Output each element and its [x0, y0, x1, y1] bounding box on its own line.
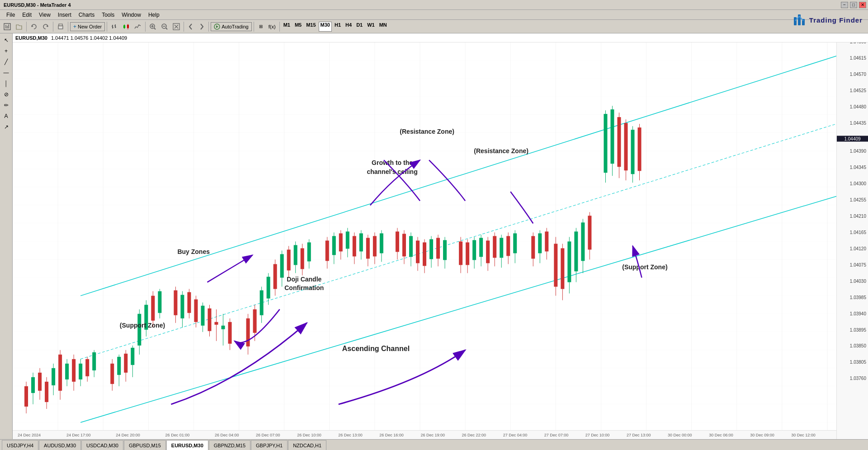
minimize-button[interactable]: − [841, 2, 848, 8]
price-label: 1.04570 [850, 71, 866, 76]
tab-usdjpy-h4[interactable]: USDJPY,H4 [2, 440, 38, 450]
price-label: 1.04120 [850, 246, 866, 251]
price-label: 1.03985 [850, 295, 866, 300]
svg-rect-75 [85, 359, 89, 376]
arrow-tool[interactable]: ↗ [1, 122, 11, 132]
tf-h4[interactable]: H4 [344, 22, 354, 32]
tf-d1[interactable]: D1 [354, 22, 364, 32]
svg-rect-89 [144, 305, 148, 330]
menu-window[interactable]: Window [118, 12, 145, 18]
tf-w1[interactable]: W1 [365, 22, 377, 32]
candlestick-button[interactable] [121, 21, 132, 32]
menu-help[interactable]: Help [145, 12, 163, 18]
time-label: 24 Dec 20:00 [116, 433, 140, 437]
cursor-tool[interactable]: ↖ [1, 35, 11, 45]
close-button[interactable]: ✕ [859, 2, 866, 8]
line-tool[interactable]: ╱ [1, 57, 11, 67]
channel-tool[interactable]: ⊘ [1, 89, 11, 99]
svg-rect-125 [287, 249, 291, 270]
tab-usdcad-m30[interactable]: USDCAD,M30 [81, 440, 123, 450]
autotrading-button[interactable]: AutoTrading [211, 22, 252, 31]
svg-rect-79 [110, 364, 114, 384]
svg-rect-159 [423, 242, 426, 266]
menu-edit[interactable]: Edit [19, 12, 35, 18]
svg-line-25 [166, 28, 167, 29]
zoom-in-button[interactable] [147, 21, 158, 32]
menu-insert[interactable]: Insert [54, 12, 75, 18]
hline-tool[interactable]: — [1, 68, 11, 78]
line-chart-button[interactable] [132, 21, 143, 32]
svg-rect-169 [466, 242, 469, 265]
tab-eurusd-m30[interactable]: EURUSD,M30 [166, 440, 208, 450]
symbol-name: EURUSD,M30 [15, 35, 47, 41]
maximize-button[interactable]: □ [850, 2, 857, 8]
menu-file[interactable]: File [3, 12, 19, 18]
fit-button[interactable] [171, 21, 182, 32]
tab-gbpjpy-h1[interactable]: GBPJPY,H1 [251, 440, 288, 450]
svg-marker-29 [216, 25, 218, 28]
svg-rect-83 [124, 354, 127, 373]
tf-mn[interactable]: MN [377, 22, 389, 32]
chart-area[interactable]: EURUSD,M30 1.04471 1.04576 1.04402 1.044… [13, 33, 868, 439]
undo-button[interactable] [28, 21, 39, 32]
svg-rect-149 [380, 233, 383, 253]
svg-rect-137 [339, 233, 343, 251]
zoom-out-button[interactable] [159, 21, 170, 32]
time-label: 27 Dec 07:00 [544, 433, 569, 437]
svg-rect-191 [554, 244, 557, 286]
svg-rect-81 [117, 357, 121, 375]
indicator-button[interactable]: f(x) [267, 21, 278, 32]
tab-gbpnzd-m15[interactable]: GBPNZD,M15 [209, 440, 250, 450]
tf-m15[interactable]: M15 [304, 22, 317, 32]
svg-rect-91 [151, 296, 155, 321]
time-label: 27 Dec 10:00 [585, 433, 610, 437]
svg-rect-175 [486, 240, 490, 263]
time-label: 26 Dec 04:00 [215, 433, 239, 437]
time-label: 27 Dec 13:00 [627, 433, 651, 437]
price-label: 1.03760 [850, 376, 866, 381]
tab-gbpusd-m15[interactable]: GBPUSD,M15 [124, 440, 166, 450]
menu-charts[interactable]: Charts [75, 12, 98, 18]
toolbar-separator-3 [68, 22, 68, 32]
time-label: 26 Dec 16:00 [379, 433, 404, 437]
tf-m1[interactable]: M1 [282, 22, 292, 32]
pencil-tool[interactable]: ✏ [1, 100, 11, 110]
svg-rect-199 [581, 222, 585, 261]
tf-m5[interactable]: M5 [293, 22, 303, 32]
svg-rect-109 [222, 326, 225, 329]
tf-m30[interactable]: M30 [319, 22, 332, 32]
svg-rect-113 [246, 319, 250, 347]
candle-group-5 [326, 228, 383, 268]
svg-rect-135 [332, 236, 336, 255]
menu-tools[interactable]: Tools [98, 12, 118, 18]
open-button[interactable] [14, 21, 24, 32]
price-label: 1.04165 [850, 230, 866, 235]
tab-audusd-m30[interactable]: AUDUSD,M30 [39, 440, 81, 450]
crosshair-tool[interactable]: + [1, 46, 11, 56]
svg-rect-181 [506, 236, 510, 256]
new-chart-button[interactable] [2, 21, 13, 32]
svg-rect-77 [92, 352, 96, 370]
svg-rect-213 [638, 127, 642, 171]
bar-chart-button[interactable] [109, 21, 120, 32]
scroll-right-button[interactable] [197, 21, 207, 32]
svg-rect-129 [301, 248, 304, 269]
tf-h1[interactable]: H1 [333, 22, 343, 32]
vline-tool[interactable]: │ [1, 79, 11, 89]
toolbar-separator-8 [254, 22, 254, 32]
print-button[interactable] [55, 21, 66, 32]
new-order-button[interactable]: + New Order [70, 22, 105, 31]
tab-nzdcad-h1[interactable]: NZDCAD,H1 [288, 440, 326, 450]
svg-rect-105 [208, 309, 211, 331]
price-label: 1.04435 [850, 120, 866, 125]
svg-rect-107 [214, 322, 218, 325]
text-tool[interactable]: A [1, 111, 11, 121]
svg-marker-5 [46, 25, 48, 27]
time-label: 30 Dec 09:00 [750, 433, 774, 437]
svg-rect-151 [396, 231, 399, 252]
menu-view[interactable]: View [35, 12, 54, 18]
toolbar-separator-9 [279, 22, 280, 32]
scroll-left-button[interactable] [186, 21, 196, 32]
redo-button[interactable] [40, 21, 51, 32]
period-sep-button[interactable]: ⊞ [256, 21, 266, 32]
